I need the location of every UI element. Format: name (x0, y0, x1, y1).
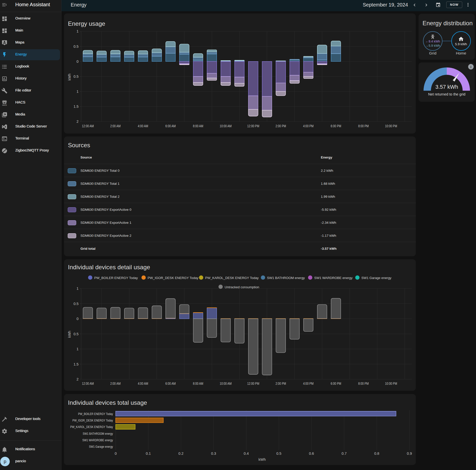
svg-text:SW1 Garage energy: SW1 Garage energy (89, 445, 113, 448)
svg-text:8:00 AM: 8:00 AM (193, 382, 203, 386)
svg-text:10:00 PM: 10:00 PM (385, 124, 397, 128)
svg-text:PW_IGOR_DESK ENERGY Today: PW_IGOR_DESK ENERGY Today (72, 418, 113, 422)
svg-text:0.1: 0.1 (146, 452, 151, 456)
svg-text:2:00 AM: 2:00 AM (110, 124, 121, 128)
svg-text:2:00 PM: 2:00 PM (276, 382, 286, 386)
svg-text:2: 2 (76, 120, 78, 124)
svg-text:0.4: 0.4 (244, 452, 249, 456)
svg-text:0.5: 0.5 (73, 44, 78, 48)
svg-text:6:00 AM: 6:00 AM (165, 382, 176, 386)
svg-text:4:00 PM: 4:00 PM (303, 382, 314, 386)
svg-text:8:00 PM: 8:00 PM (358, 382, 369, 386)
svg-text:6:00 AM: 6:00 AM (165, 124, 176, 128)
svg-text:2:00 AM: 2:00 AM (110, 382, 121, 386)
svg-text:4:00 AM: 4:00 AM (138, 382, 148, 386)
svg-text:10:00 PM: 10:00 PM (385, 382, 397, 386)
svg-text:0.9: 0.9 (407, 452, 412, 456)
svg-text:PW_IGOR_DESK ENERGY Today: PW_IGOR_DESK ENERGY Today (148, 276, 199, 280)
svg-text:12:00 AM: 12:00 AM (82, 124, 94, 128)
svg-text:3.57 kWh: 3.57 kWh (436, 84, 458, 90)
svg-text:SW1 BATHROOM energy: SW1 BATHROOM energy (267, 276, 305, 280)
svg-text:kWh: kWh (67, 74, 71, 80)
svg-text:←9.4 kWh: ←9.4 kWh (426, 40, 440, 43)
svg-text:1: 1 (76, 90, 78, 94)
svg-text:10:00 AM: 10:00 AM (220, 382, 232, 386)
svg-text:0.8: 0.8 (374, 452, 379, 456)
svg-text:12:00 PM: 12:00 PM (247, 382, 259, 386)
svg-text:Net returned to the grid: Net returned to the grid (428, 92, 465, 96)
svg-text:PW_BOILER ENERGY Today: PW_BOILER ENERGY Today (94, 276, 138, 280)
svg-text:PW_KAROL_DESK ENERGY Today: PW_KAROL_DESK ENERGY Today (70, 425, 113, 429)
svg-text:0: 0 (76, 317, 78, 321)
svg-text:SW1 BATHROOM energy: SW1 BATHROOM energy (83, 432, 113, 436)
svg-text:12:00 AM: 12:00 AM (82, 382, 94, 386)
svg-text:1: 1 (76, 347, 78, 351)
svg-text:0.5: 0.5 (73, 74, 78, 78)
svg-text:0: 0 (76, 60, 78, 64)
svg-text:1.5: 1.5 (73, 104, 78, 108)
svg-text:i: i (471, 65, 472, 69)
svg-text:0.5: 0.5 (73, 332, 78, 336)
svg-text:1.5: 1.5 (73, 362, 78, 366)
svg-text:0.5: 0.5 (276, 452, 281, 456)
svg-text:4:00 PM: 4:00 PM (303, 124, 314, 128)
svg-text:HACS: HACS (2, 104, 7, 106)
svg-text:Grid: Grid (429, 51, 436, 55)
svg-text:0.2: 0.2 (178, 452, 183, 456)
svg-text:Untracked consumption: Untracked consumption (225, 285, 259, 289)
svg-text:0.3: 0.3 (211, 452, 216, 456)
svg-text:2: 2 (76, 377, 78, 381)
svg-text:5.9 kWh: 5.9 kWh (455, 42, 467, 46)
svg-text:12:00 PM: 12:00 PM (247, 124, 259, 128)
svg-text:8:00 AM: 8:00 AM (193, 124, 203, 128)
svg-text:Home: Home (456, 51, 466, 55)
svg-text:0.7: 0.7 (342, 452, 347, 456)
svg-text:1: 1 (76, 286, 78, 290)
svg-text:6:00 PM: 6:00 PM (331, 124, 341, 128)
svg-text:0.6: 0.6 (309, 452, 314, 456)
svg-text:8:00 PM: 8:00 PM (358, 124, 369, 128)
svg-text:SW1 WARDROBE energy: SW1 WARDROBE energy (82, 438, 113, 442)
svg-text:4:00 AM: 4:00 AM (138, 124, 148, 128)
svg-text:SW1 WARDROBE energy: SW1 WARDROBE energy (314, 276, 353, 280)
svg-text:0: 0 (115, 452, 117, 456)
svg-text:10:00 AM: 10:00 AM (220, 124, 232, 128)
svg-text:kWh: kWh (259, 458, 266, 462)
svg-text:0.5: 0.5 (73, 302, 78, 306)
svg-text:1: 1 (76, 29, 78, 33)
svg-text:6:00 PM: 6:00 PM (331, 382, 341, 386)
svg-text:PW_KAROL_DESK ENERGY Today: PW_KAROL_DESK ENERGY Today (205, 276, 259, 280)
svg-text:2:00 PM: 2:00 PM (276, 124, 286, 128)
svg-text:PW_BOILER ENERGY Today: PW_BOILER ENERGY Today (78, 412, 113, 416)
svg-text:SW1 Garage energy: SW1 Garage energy (361, 276, 392, 280)
svg-text:→5.9 kWh: →5.9 kWh (426, 44, 440, 48)
svg-text:kWh: kWh (67, 331, 71, 338)
